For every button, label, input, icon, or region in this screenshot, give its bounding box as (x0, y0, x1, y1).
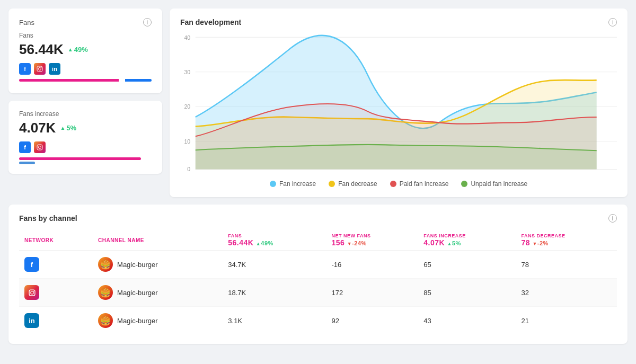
legend-fan-decrease-dot (329, 181, 335, 187)
svg-text:Dec: Dec (591, 174, 602, 175)
fans-card: Fans i Fans 56.44K 49% f in (8, 8, 162, 93)
legend-unpaid-fan-increase: Unpaid fan increase (461, 180, 527, 188)
svg-text:Aug: Aug (287, 174, 297, 175)
channel-avatar: 🍔 (98, 257, 113, 272)
fans-metric-label: Fans (19, 32, 152, 39)
svg-point-23 (30, 291, 33, 294)
svg-text:0: 0 (187, 165, 190, 172)
svg-point-5 (41, 146, 42, 147)
chart-legend: Fan increase Fan decrease Paid fan incre… (180, 180, 617, 188)
svg-text:Sep: Sep (363, 174, 373, 175)
cell-network: f (19, 251, 93, 279)
col-network: Network (19, 230, 93, 251)
fans-info-icon[interactable]: i (143, 18, 152, 26)
chart-info-icon[interactable]: i (608, 18, 617, 26)
col-fans: FANS 56.44K 49% (223, 230, 326, 251)
fans-social-icons: f in (19, 63, 152, 75)
cell-channel-name: 🍔 Magic-burger (93, 279, 223, 307)
network-linkedin-icon: in (24, 313, 39, 328)
table-title: Fans by channel (19, 214, 77, 223)
linkedin-icon: in (49, 63, 60, 75)
svg-rect-22 (29, 290, 35, 296)
legend-fan-decrease: Fan decrease (329, 180, 377, 188)
col-fans-increase: FANS INCREASE 4.07K 5% (418, 230, 516, 251)
cell-fans-increase: 65 (418, 251, 516, 279)
cell-fans-decrease: 32 (516, 279, 617, 307)
fans-increase-progress (19, 157, 152, 164)
table-header-row: Network Channel Name FANS 56.44K 49% NET… (19, 230, 617, 251)
svg-point-24 (33, 290, 34, 291)
fans-increase-ig-bar (19, 162, 35, 164)
cell-network (19, 279, 93, 307)
cell-fans: 18.7K (223, 279, 326, 307)
fans-metric-value: 56.44K 49% (19, 41, 152, 58)
svg-point-1 (39, 68, 41, 70)
svg-text:30: 30 (184, 69, 190, 75)
fans-card-header: Fans i (19, 18, 152, 26)
svg-text:20: 20 (184, 103, 190, 110)
cell-net-new-fans: -16 (326, 251, 418, 279)
table-row: in 🍔 Magic-burger 3.1K 92 43 21 (19, 307, 617, 335)
cell-network: in (19, 307, 93, 335)
svg-text:Jul: Jul (217, 174, 224, 175)
facebook-icon: f (19, 63, 31, 75)
cell-channel-name: 🍔 Magic-burger (93, 307, 223, 335)
fans-fb-bar (19, 79, 119, 82)
channel-avatar: 🍔 (98, 285, 113, 300)
chart-title: Fan development (180, 18, 241, 26)
fan-development-card: Fan development i 40 30 20 10 0 Jul Aug … (170, 8, 628, 197)
table-info-icon[interactable]: i (608, 214, 617, 223)
fans-progress-bar (19, 79, 152, 82)
fans-increase-badge: 5% (60, 124, 76, 132)
network-facebook-icon: f (24, 257, 39, 272)
legend-paid-fan-increase: Paid fan increase (390, 180, 449, 188)
col-fans-decrease: FANS DECREASE 78 -2% (516, 230, 617, 251)
legend-fan-decrease-label: Fan decrease (338, 180, 377, 188)
cell-net-new-fans: 92 (326, 307, 418, 335)
chart-area: 40 30 20 10 0 Jul Aug Sep Oct Nov Dec (180, 32, 617, 175)
legend-fan-increase: Fan increase (270, 180, 316, 188)
fans-increase-fb-bar (19, 157, 141, 160)
table-row: 🍔 Magic-burger 18.7K 172 85 32 (19, 279, 617, 307)
fans-card-title: Fans (19, 19, 34, 26)
svg-point-2 (41, 67, 42, 68)
svg-text:Nov: Nov (510, 174, 520, 175)
col-net-new-fans: NET NEW FANS 156 -24% (326, 230, 418, 251)
legend-paid-fan-increase-dot (390, 181, 396, 187)
fans-li-bar (125, 79, 152, 82)
svg-rect-0 (37, 66, 42, 72)
fans-increase-value: 4.07K 5% (19, 120, 152, 136)
channel-avatar: 🍔 (98, 313, 113, 328)
cell-fans-increase: 85 (418, 279, 516, 307)
chart-header: Fan development i (180, 18, 617, 26)
col-channel-name: Channel Name (93, 230, 223, 251)
fans-table: Network Channel Name FANS 56.44K 49% NET… (19, 230, 617, 334)
cell-channel-name: 🍔 Magic-burger (93, 251, 223, 279)
cell-fans-decrease: 21 (516, 307, 617, 335)
cell-fans-decrease: 78 (516, 251, 617, 279)
network-instagram-icon (24, 285, 39, 300)
svg-text:Oct: Oct (435, 174, 443, 175)
svg-rect-3 (37, 145, 42, 150)
legend-unpaid-fan-increase-label: Unpaid fan increase (471, 180, 527, 188)
svg-text:40: 40 (184, 34, 190, 40)
table-header: Fans by channel i (19, 214, 617, 223)
table-row: f 🍔 Magic-burger 34.7K -16 65 78 (19, 251, 617, 279)
fans-increase-label: Fans increase (19, 110, 152, 118)
fans-increase-ig-icon (34, 141, 46, 153)
fans-increase-card: Fans increase 4.07K 5% f (8, 101, 162, 174)
cell-net-new-fans: 172 (326, 279, 418, 307)
svg-point-4 (39, 146, 41, 149)
fans-change-badge: 49% (68, 46, 88, 54)
legend-fan-increase-dot (270, 181, 276, 187)
cell-fans-increase: 43 (418, 307, 516, 335)
cell-fans: 3.1K (223, 307, 326, 335)
cell-fans: 34.7K (223, 251, 326, 279)
instagram-icon (34, 63, 46, 75)
fans-increase-social-icons: f (19, 141, 152, 153)
legend-paid-fan-increase-label: Paid fan increase (400, 180, 449, 188)
legend-fan-increase-label: Fan increase (279, 180, 316, 188)
fans-by-channel-card: Fans by channel i Network Channel Name F… (8, 205, 628, 344)
fans-increase-fb-icon: f (19, 141, 31, 153)
chart-svg: 40 30 20 10 0 Jul Aug Sep Oct Nov Dec (180, 32, 617, 175)
